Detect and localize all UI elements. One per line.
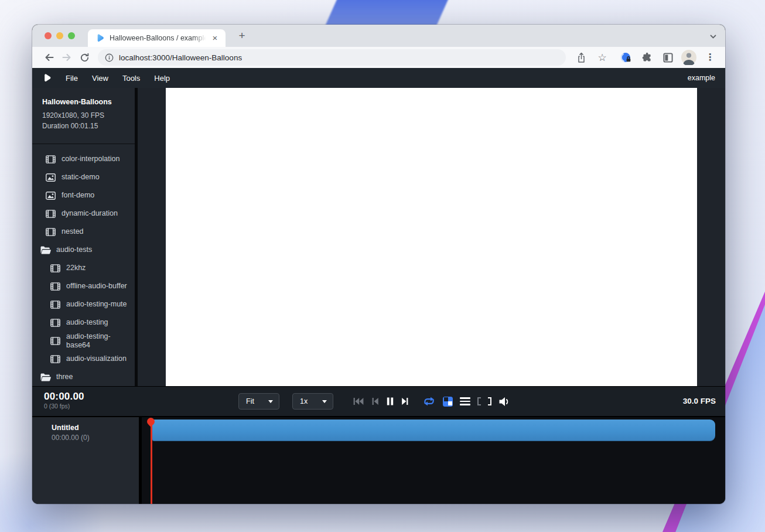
film-icon xyxy=(50,337,61,345)
composition-resolution: 1920x1080, 30 FPS xyxy=(42,110,128,121)
sidebar-item-three[interactable]: three xyxy=(32,368,135,386)
browser-tab[interactable]: Halloween-Balloons / example × xyxy=(88,29,226,47)
track-name: Untitled xyxy=(52,423,139,433)
extensions-puzzle-icon[interactable] xyxy=(638,49,655,66)
sidebar-item-audio-testing[interactable]: audio-testing xyxy=(32,313,135,332)
sidebar-item-color-interpolation[interactable]: color-interpolation xyxy=(32,150,135,168)
app-menubar: File View Tools Help example xyxy=(32,68,725,88)
traffic-lights xyxy=(45,32,75,39)
new-tab-button[interactable]: + xyxy=(235,29,249,43)
previous-frame-icon[interactable] xyxy=(371,397,379,405)
composition-info: Halloween-Balloons 1920x1080, 30 FPS Dur… xyxy=(32,88,135,144)
preview-canvas[interactable] xyxy=(166,88,697,387)
bookmark-star-icon[interactable]: ☆ xyxy=(594,49,610,66)
tab-search-chevron-icon[interactable] xyxy=(709,32,717,43)
menu-view[interactable]: View xyxy=(91,73,110,84)
playhead-line[interactable] xyxy=(151,422,152,504)
loop-icon[interactable] xyxy=(422,397,436,406)
adblock-extension-icon[interactable] xyxy=(617,49,634,66)
browser-toolbar: localhost:3000/Halloween-Balloons ☆ xyxy=(32,47,725,68)
film-icon xyxy=(46,210,56,218)
folder-open-icon xyxy=(40,373,51,381)
timeline-track-header[interactable]: Untitled 00:00.00 (0) xyxy=(32,417,139,504)
close-window-button[interactable] xyxy=(45,32,52,39)
sidebar-items: color-interpolation static-demo font-dem… xyxy=(32,144,135,386)
url-text: localhost:3000/Halloween-Balloons xyxy=(119,53,242,62)
player-controls: 00:00.00 0 (30 fps) Fit 1x xyxy=(32,386,725,416)
canvas-area xyxy=(138,88,725,386)
skip-to-start-icon[interactable] xyxy=(353,397,364,405)
speed-select[interactable]: 1x xyxy=(292,393,333,410)
sidebar-item-font-demo[interactable]: font-demo xyxy=(32,186,135,204)
sidebar-item-audio-tests[interactable]: audio-tests xyxy=(32,241,135,259)
track-info: 00:00.00 (0) xyxy=(52,433,139,442)
browser-window: Halloween-Balloons / example × + xyxy=(32,25,725,504)
composition-duration: Duration 00:01.15 xyxy=(42,121,128,131)
in-marker-icon[interactable] xyxy=(477,397,481,405)
folder-open-icon xyxy=(40,246,51,254)
sidebar-item-22khz[interactable]: 22khz xyxy=(32,259,135,277)
film-icon xyxy=(46,228,56,236)
tab-title: Halloween-Balloons / example xyxy=(110,34,207,42)
current-frame-info: 0 (30 fps) xyxy=(44,403,84,410)
sidebar-item-dynamic-duration[interactable]: dynamic-duration xyxy=(32,204,135,223)
back-icon[interactable] xyxy=(40,49,58,66)
film-icon xyxy=(50,319,61,327)
out-marker-icon[interactable] xyxy=(488,397,491,405)
image-icon xyxy=(46,173,56,182)
menu-help[interactable]: Help xyxy=(153,73,171,84)
sidebar-item-audio-testing-mute[interactable]: audio-testing-mute xyxy=(32,295,135,313)
remotion-logo-icon[interactable] xyxy=(43,73,52,83)
menu-tools[interactable]: Tools xyxy=(121,73,141,84)
film-icon xyxy=(50,301,61,309)
volume-icon[interactable] xyxy=(498,397,510,407)
sidebar-item-audio-visualization[interactable]: audio-visualization xyxy=(32,350,135,368)
minimize-window-button[interactable] xyxy=(56,32,63,39)
page-info-icon[interactable] xyxy=(105,53,114,62)
timeline: Untitled 00:00.00 (0) xyxy=(32,416,725,504)
sidebar-item-static-demo[interactable]: static-demo xyxy=(32,168,135,186)
next-frame-icon[interactable] xyxy=(401,397,409,405)
compositions-sidebar: Halloween-Balloons 1920x1080, 30 FPS Dur… xyxy=(32,88,135,386)
sidebar-item-audio-testing-base64[interactable]: audio-testing-base64 xyxy=(32,332,135,350)
zoom-window-button[interactable] xyxy=(68,32,75,39)
timeline-toggle-icon[interactable] xyxy=(460,397,470,405)
fps-label: 30.0 FPS xyxy=(683,387,716,416)
sidebar-item-offline-audio-buffer[interactable]: offline-audio-buffer xyxy=(32,277,135,295)
film-icon xyxy=(50,264,61,272)
current-time: 00:00.00 xyxy=(44,391,84,402)
chevron-down-icon xyxy=(268,400,273,403)
profile-avatar[interactable] xyxy=(681,49,697,66)
size-select[interactable]: Fit xyxy=(238,393,279,410)
film-icon xyxy=(50,282,61,291)
menu-file[interactable]: File xyxy=(64,73,79,84)
menubar-example-link[interactable]: example xyxy=(688,74,715,82)
tab-close-icon[interactable]: × xyxy=(210,33,220,43)
toolbar-actions: ☆ xyxy=(573,49,718,66)
remotion-favicon-icon xyxy=(95,33,105,43)
reload-icon[interactable] xyxy=(76,49,93,66)
desktop-wallpaper: Halloween-Balloons / example × + xyxy=(0,0,765,532)
composition-title: Halloween-Balloons xyxy=(42,98,128,106)
chevron-down-icon xyxy=(322,400,327,403)
transport-controls xyxy=(353,387,409,416)
address-bar[interactable]: localhost:3000/Halloween-Balloons xyxy=(98,49,566,66)
share-icon[interactable] xyxy=(573,49,589,66)
player-toggles xyxy=(422,387,510,416)
film-icon xyxy=(46,155,56,163)
image-icon xyxy=(46,192,56,200)
browser-menu-dots-icon[interactable]: ⋮ xyxy=(702,49,718,66)
side-panel-icon[interactable] xyxy=(660,49,676,66)
time-display: 00:00.00 0 (30 fps) xyxy=(44,391,84,410)
main-content: Halloween-Balloons 1920x1080, 30 FPS Dur… xyxy=(32,88,725,386)
sidebar-item-nested[interactable]: nested xyxy=(32,223,135,241)
film-icon xyxy=(50,355,61,363)
pause-icon[interactable] xyxy=(387,397,394,405)
forward-icon[interactable] xyxy=(58,49,76,66)
transparency-checkerboard-icon[interactable] xyxy=(443,397,453,407)
tab-strip: Halloween-Balloons / example × + xyxy=(32,25,725,47)
timeline-sequence-bar[interactable] xyxy=(152,420,715,441)
